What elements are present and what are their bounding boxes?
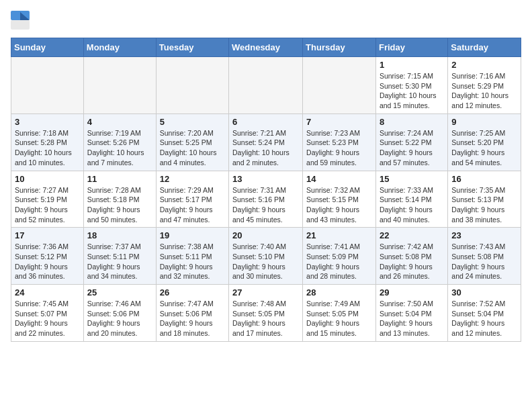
calendar-cell: 21Sunrise: 7:41 AM Sunset: 5:09 PM Dayli…: [303, 228, 376, 285]
calendar-cell: 3Sunrise: 7:18 AM Sunset: 5:28 PM Daylig…: [11, 113, 84, 171]
calendar-cell: 17Sunrise: 7:36 AM Sunset: 5:12 PM Dayli…: [11, 228, 84, 285]
header: [11, 11, 521, 30]
calendar-week-5: 24Sunrise: 7:45 AM Sunset: 5:07 PM Dayli…: [11, 285, 521, 342]
day-number: 6: [232, 117, 299, 127]
calendar-header-row: SundayMondayTuesdayWednesdayThursdayFrid…: [11, 38, 521, 57]
day-info: Sunrise: 7:42 AM Sunset: 5:08 PM Dayligh…: [380, 242, 444, 281]
day-info: Sunrise: 7:46 AM Sunset: 5:06 PM Dayligh…: [87, 299, 152, 338]
calendar-header-monday: Monday: [83, 38, 156, 57]
day-number: 18: [87, 230, 152, 240]
calendar-header-tuesday: Tuesday: [156, 38, 228, 57]
calendar-header-thursday: Thursday: [303, 38, 376, 57]
day-number: 8: [380, 117, 444, 127]
day-number: 11: [87, 174, 152, 184]
day-info: Sunrise: 7:24 AM Sunset: 5:22 PM Dayligh…: [380, 128, 444, 168]
calendar-cell: 9Sunrise: 7:25 AM Sunset: 5:20 PM Daylig…: [448, 113, 521, 171]
calendar-cell: [83, 57, 156, 114]
calendar-cell: 27Sunrise: 7:48 AM Sunset: 5:05 PM Dayli…: [229, 285, 303, 342]
calendar-cell: 28Sunrise: 7:49 AM Sunset: 5:05 PM Dayli…: [303, 285, 376, 342]
day-number: 23: [451, 230, 517, 240]
day-number: 7: [306, 117, 372, 127]
day-info: Sunrise: 7:25 AM Sunset: 5:20 PM Dayligh…: [451, 128, 517, 168]
day-info: Sunrise: 7:29 AM Sunset: 5:17 PM Dayligh…: [160, 185, 225, 225]
svg-rect-2: [11, 20, 30, 30]
calendar-header-saturday: Saturday: [448, 38, 521, 57]
calendar-cell: 13Sunrise: 7:31 AM Sunset: 5:16 PM Dayli…: [229, 171, 303, 228]
calendar-week-2: 3Sunrise: 7:18 AM Sunset: 5:28 PM Daylig…: [11, 113, 521, 171]
day-number: 22: [380, 230, 444, 240]
day-info: Sunrise: 7:35 AM Sunset: 5:13 PM Dayligh…: [451, 185, 517, 225]
day-info: Sunrise: 7:40 AM Sunset: 5:10 PM Dayligh…: [232, 242, 299, 281]
day-number: 14: [306, 174, 372, 184]
calendar-cell: 7Sunrise: 7:23 AM Sunset: 5:23 PM Daylig…: [303, 113, 376, 171]
calendar-cell: 2Sunrise: 7:16 AM Sunset: 5:29 PM Daylig…: [448, 57, 521, 114]
day-info: Sunrise: 7:45 AM Sunset: 5:07 PM Dayligh…: [15, 299, 80, 338]
day-info: Sunrise: 7:31 AM Sunset: 5:16 PM Dayligh…: [232, 185, 299, 225]
calendar-header-sunday: Sunday: [11, 38, 84, 57]
day-number: 28: [306, 287, 372, 298]
calendar-cell: 15Sunrise: 7:33 AM Sunset: 5:14 PM Dayli…: [375, 171, 447, 228]
calendar-cell: [156, 57, 228, 114]
day-number: 24: [15, 287, 80, 298]
day-number: 30: [451, 287, 517, 298]
calendar-cell: 24Sunrise: 7:45 AM Sunset: 5:07 PM Dayli…: [11, 285, 84, 342]
calendar-cell: 6Sunrise: 7:21 AM Sunset: 5:24 PM Daylig…: [229, 113, 303, 171]
calendar: SundayMondayTuesdayWednesdayThursdayFrid…: [11, 38, 521, 342]
calendar-week-1: 1Sunrise: 7:15 AM Sunset: 5:30 PM Daylig…: [11, 57, 521, 114]
day-info: Sunrise: 7:36 AM Sunset: 5:12 PM Dayligh…: [15, 242, 80, 281]
day-info: Sunrise: 7:28 AM Sunset: 5:18 PM Dayligh…: [87, 185, 152, 225]
calendar-cell: 18Sunrise: 7:37 AM Sunset: 5:11 PM Dayli…: [83, 228, 156, 285]
day-info: Sunrise: 7:48 AM Sunset: 5:05 PM Dayligh…: [232, 299, 299, 338]
day-number: 19: [160, 230, 225, 240]
day-info: Sunrise: 7:20 AM Sunset: 5:25 PM Dayligh…: [160, 128, 225, 168]
calendar-week-4: 17Sunrise: 7:36 AM Sunset: 5:12 PM Dayli…: [11, 228, 521, 285]
calendar-cell: 12Sunrise: 7:29 AM Sunset: 5:17 PM Dayli…: [156, 171, 228, 228]
day-number: 21: [306, 230, 372, 240]
calendar-cell: 19Sunrise: 7:38 AM Sunset: 5:11 PM Dayli…: [156, 228, 228, 285]
calendar-cell: 8Sunrise: 7:24 AM Sunset: 5:22 PM Daylig…: [375, 113, 447, 171]
day-info: Sunrise: 7:41 AM Sunset: 5:09 PM Dayligh…: [306, 242, 372, 281]
calendar-cell: 10Sunrise: 7:27 AM Sunset: 5:19 PM Dayli…: [11, 171, 84, 228]
day-info: Sunrise: 7:33 AM Sunset: 5:14 PM Dayligh…: [380, 185, 444, 225]
day-info: Sunrise: 7:37 AM Sunset: 5:11 PM Dayligh…: [87, 242, 152, 281]
day-info: Sunrise: 7:15 AM Sunset: 5:30 PM Dayligh…: [380, 71, 444, 111]
day-number: 16: [451, 174, 517, 184]
day-number: 26: [160, 287, 225, 298]
day-number: 27: [232, 287, 299, 298]
day-number: 13: [232, 174, 299, 184]
day-info: Sunrise: 7:43 AM Sunset: 5:08 PM Dayligh…: [451, 242, 517, 281]
calendar-cell: [303, 57, 376, 114]
calendar-cell: 26Sunrise: 7:47 AM Sunset: 5:06 PM Dayli…: [156, 285, 228, 342]
day-number: 5: [160, 117, 225, 127]
day-number: 12: [160, 174, 225, 184]
calendar-week-3: 10Sunrise: 7:27 AM Sunset: 5:19 PM Dayli…: [11, 171, 521, 228]
day-number: 29: [380, 287, 444, 298]
calendar-header-friday: Friday: [375, 38, 447, 57]
calendar-cell: 1Sunrise: 7:15 AM Sunset: 5:30 PM Daylig…: [375, 57, 447, 114]
day-number: 25: [87, 287, 152, 298]
day-info: Sunrise: 7:21 AM Sunset: 5:24 PM Dayligh…: [232, 128, 299, 168]
day-number: 20: [232, 230, 299, 240]
day-info: Sunrise: 7:52 AM Sunset: 5:04 PM Dayligh…: [451, 299, 517, 338]
day-number: 2: [451, 60, 517, 70]
calendar-cell: 22Sunrise: 7:42 AM Sunset: 5:08 PM Dayli…: [375, 228, 447, 285]
day-info: Sunrise: 7:27 AM Sunset: 5:19 PM Dayligh…: [15, 185, 80, 225]
day-number: 15: [380, 174, 444, 184]
calendar-cell: 5Sunrise: 7:20 AM Sunset: 5:25 PM Daylig…: [156, 113, 228, 171]
calendar-cell: 11Sunrise: 7:28 AM Sunset: 5:18 PM Dayli…: [83, 171, 156, 228]
day-number: 4: [87, 117, 152, 127]
day-number: 9: [451, 117, 517, 127]
day-info: Sunrise: 7:38 AM Sunset: 5:11 PM Dayligh…: [160, 242, 225, 281]
calendar-cell: 25Sunrise: 7:46 AM Sunset: 5:06 PM Dayli…: [83, 285, 156, 342]
day-info: Sunrise: 7:50 AM Sunset: 5:04 PM Dayligh…: [380, 299, 444, 338]
day-info: Sunrise: 7:23 AM Sunset: 5:23 PM Dayligh…: [306, 128, 372, 168]
calendar-cell: 4Sunrise: 7:19 AM Sunset: 5:26 PM Daylig…: [83, 113, 156, 171]
calendar-cell: [229, 57, 303, 114]
day-info: Sunrise: 7:47 AM Sunset: 5:06 PM Dayligh…: [160, 299, 225, 338]
day-info: Sunrise: 7:49 AM Sunset: 5:05 PM Dayligh…: [306, 299, 372, 338]
calendar-cell: 23Sunrise: 7:43 AM Sunset: 5:08 PM Dayli…: [448, 228, 521, 285]
calendar-cell: [11, 57, 84, 114]
day-info: Sunrise: 7:32 AM Sunset: 5:15 PM Dayligh…: [306, 185, 372, 225]
logo: [11, 11, 32, 30]
day-number: 3: [15, 117, 80, 127]
